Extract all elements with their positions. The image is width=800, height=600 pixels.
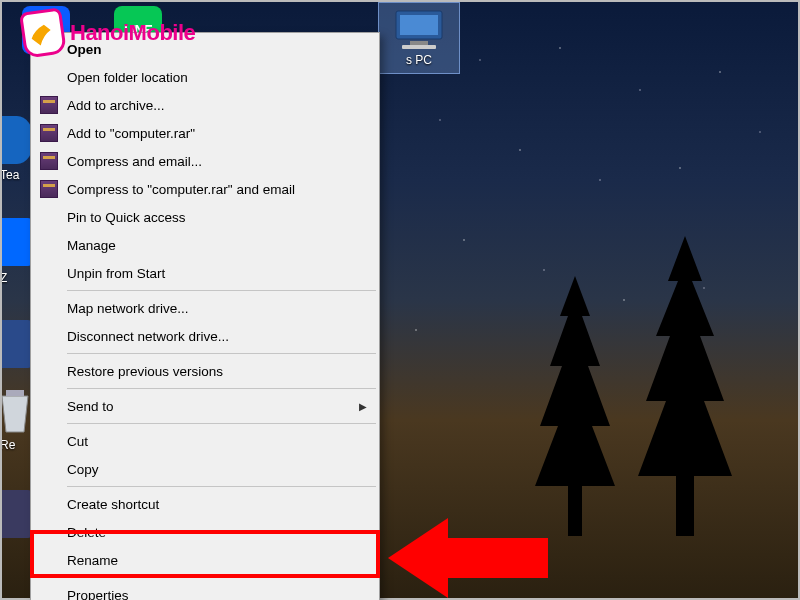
desktop-icon-label: Re <box>0 438 15 452</box>
menu-label: Add to "computer.rar" <box>67 126 195 141</box>
watermark-logo: HanoiMobile <box>22 10 195 56</box>
svg-rect-2 <box>400 15 438 35</box>
menu-label: Compress to "computer.rar" and email <box>67 182 295 197</box>
menu-label: Map network drive... <box>67 301 189 316</box>
wallpaper-tree <box>620 236 750 540</box>
watermark-text: HanoiMobile <box>70 20 195 46</box>
menu-restore-previous-versions[interactable]: Restore previous versions <box>33 357 377 385</box>
menu-add-to-rar[interactable]: Add to "computer.rar" <box>33 119 377 147</box>
menu-send-to[interactable]: Send to ▶ <box>33 392 377 420</box>
context-menu: Open Open folder location Add to archive… <box>30 32 380 600</box>
desktop-icon-teamviewer[interactable] <box>0 116 34 164</box>
desktop-icon-this-pc[interactable]: s PC <box>378 2 460 74</box>
winrar-icon <box>39 123 59 143</box>
menu-open-folder-location[interactable]: Open folder location <box>33 63 377 91</box>
menu-copy[interactable]: Copy <box>33 455 377 483</box>
menu-separator <box>67 290 376 291</box>
svg-rect-5 <box>6 390 24 396</box>
desktop-icon-zalo[interactable] <box>0 218 34 266</box>
winrar-icon <box>39 95 59 115</box>
menu-cut[interactable]: Cut <box>33 427 377 455</box>
menu-manage[interactable]: Manage <box>33 231 377 259</box>
menu-label: Properties <box>67 588 129 601</box>
desktop-icon-label: Tea <box>0 168 19 182</box>
desktop-icon-app[interactable] <box>0 490 34 538</box>
menu-add-to-archive[interactable]: Add to archive... <box>33 91 377 119</box>
menu-properties[interactable]: Properties <box>33 581 377 600</box>
desktop-icon-label: Z <box>0 271 7 285</box>
svg-rect-3 <box>410 41 428 45</box>
menu-label: Rename <box>67 553 118 568</box>
menu-pin-quick-access[interactable]: Pin to Quick access <box>33 203 377 231</box>
wallpaper-tree <box>520 276 630 540</box>
winrar-icon <box>39 151 59 171</box>
chevron-right-icon: ▶ <box>359 401 367 412</box>
menu-unpin-from-start[interactable]: Unpin from Start <box>33 259 377 287</box>
menu-label: Add to archive... <box>67 98 165 113</box>
menu-separator <box>67 388 376 389</box>
phone-wrench-icon <box>19 7 67 58</box>
menu-label: Cut <box>67 434 88 449</box>
menu-delete[interactable]: Delete <box>33 518 377 546</box>
menu-label: Create shortcut <box>67 497 159 512</box>
menu-rename[interactable]: Rename <box>33 546 377 574</box>
desktop-icon-label: s PC <box>406 53 432 67</box>
menu-label: Unpin from Start <box>67 266 165 281</box>
winrar-icon <box>39 179 59 199</box>
menu-label: Compress and email... <box>67 154 202 169</box>
menu-compress-email[interactable]: Compress and email... <box>33 147 377 175</box>
menu-compress-rar-email[interactable]: Compress to "computer.rar" and email <box>33 175 377 203</box>
menu-separator <box>67 353 376 354</box>
menu-label: Copy <box>67 462 99 477</box>
desktop-icon-recycle-bin[interactable] <box>0 390 20 438</box>
menu-label: Send to <box>67 399 114 414</box>
menu-label: Pin to Quick access <box>67 210 186 225</box>
menu-label: Disconnect network drive... <box>67 329 229 344</box>
desktop-icon-app[interactable] <box>0 320 34 368</box>
menu-label: Restore previous versions <box>67 364 223 379</box>
computer-icon <box>392 9 446 49</box>
menu-label: Manage <box>67 238 116 253</box>
menu-separator <box>67 486 376 487</box>
menu-create-shortcut[interactable]: Create shortcut <box>33 490 377 518</box>
menu-disconnect-network-drive[interactable]: Disconnect network drive... <box>33 322 377 350</box>
menu-separator <box>67 577 376 578</box>
svg-rect-4 <box>402 45 436 49</box>
menu-label: Open folder location <box>67 70 188 85</box>
menu-separator <box>67 423 376 424</box>
menu-map-network-drive[interactable]: Map network drive... <box>33 294 377 322</box>
menu-label: Delete <box>67 525 106 540</box>
